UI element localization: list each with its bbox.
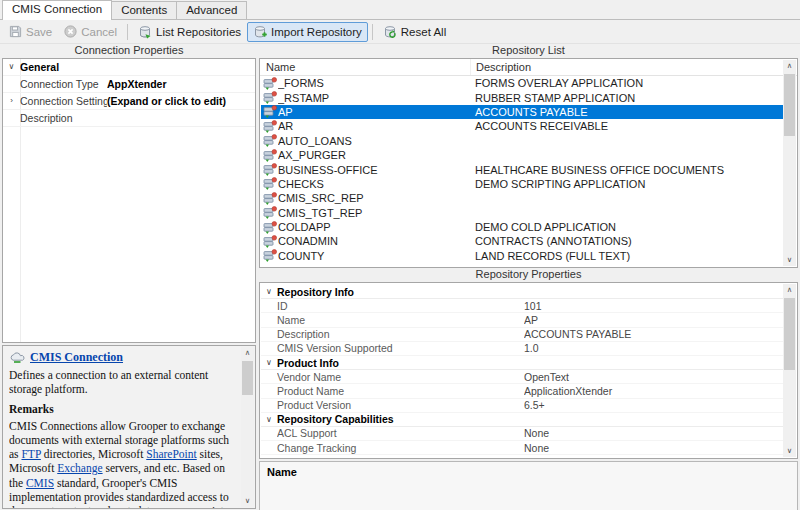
list-repositories-button[interactable]: List Repositories	[132, 22, 247, 42]
repository-properties-rows: ∨ Repository Info ID 101 Name AP	[261, 285, 783, 458]
property-row[interactable]: ∨ General	[3, 59, 255, 76]
repository-row[interactable]: CHECKS DEMO SCRIPTING APPLICATION	[261, 177, 783, 191]
save-button[interactable]: Save	[3, 22, 58, 41]
expander-icon[interactable]: ∨	[261, 415, 277, 424]
repository-row[interactable]: COLDAPP DEMO COLD APPLICATION	[261, 220, 783, 234]
property-value[interactable]: AnyTime	[524, 456, 783, 459]
property-row[interactable]: › Connection Settings (Expand or click t…	[3, 93, 255, 110]
reset-all-button[interactable]: Reset All	[377, 22, 452, 42]
property-row[interactable]: Product Version 6.5+	[261, 399, 783, 413]
repository-name: _FORMS	[278, 77, 470, 89]
repository-row[interactable]: COUNTY LAND RECORDS (FULL TEXT)	[261, 249, 783, 263]
property-value[interactable]: ApplicationXtender	[524, 385, 783, 397]
cancel-button[interactable]: Cancel	[58, 22, 123, 41]
tab-cmis-connection[interactable]: CMIS Connection	[2, 0, 112, 20]
expander-icon[interactable]: ∨	[3, 59, 20, 75]
help-link[interactable]: CMIS	[26, 477, 54, 489]
tab-contents[interactable]: Contents	[111, 1, 177, 19]
repository-properties-scrollbar[interactable]: ∧ ∨	[783, 284, 796, 457]
scroll-down-arrow[interactable]: ∨	[241, 495, 254, 507]
property-value[interactable]: ACCOUNTS PAYABLE	[524, 328, 783, 340]
repository-row[interactable]: AX_PURGER	[261, 148, 783, 162]
toolbar-separator	[127, 24, 128, 40]
scroll-up-arrow[interactable]: ∧	[783, 60, 796, 72]
property-row[interactable]: Vendor Name OpenText	[261, 370, 783, 384]
property-row[interactable]: Description	[3, 110, 255, 127]
repository-row[interactable]: _FORMS FORMS OVERLAY APPLICATION	[261, 76, 783, 90]
scroll-down-arrow[interactable]: ∨	[783, 254, 796, 266]
property-value[interactable]: OpenText	[524, 371, 783, 383]
expander-icon[interactable]: ∨	[261, 358, 277, 367]
repository-row[interactable]: _RSTAMP RUBBER STAMP APPLICATION	[261, 90, 783, 104]
cmis-connection-help-link[interactable]: CMIS Connection	[30, 350, 123, 365]
repository-row[interactable]: BUSINESS-OFFICE HEALTHCARE BUSINESS OFFI…	[261, 162, 783, 176]
repository-description: CONTRACTS (ANNOTATIONS)	[470, 235, 783, 247]
scroll-up-arrow[interactable]: ∧	[783, 284, 796, 296]
help-scrollbar[interactable]: ∧ ∨	[241, 347, 254, 507]
property-row[interactable]: Connection Type AppXtender	[3, 76, 255, 93]
expander-icon[interactable]	[3, 110, 20, 126]
help-link[interactable]: SharePoint	[146, 448, 196, 460]
repository-list-scrollbar[interactable]: ∧ ∨	[783, 60, 796, 266]
repository-description: DEMO SCRIPTING APPLICATION	[470, 178, 783, 190]
column-header-description[interactable]: Description	[471, 59, 797, 75]
scroll-thumb[interactable]	[784, 298, 795, 370]
property-row[interactable]: Description ACCOUNTS PAYABLE	[261, 328, 783, 342]
repository-name: BUSINESS-OFFICE	[278, 164, 470, 176]
scroll-down-arrow[interactable]: ∨	[783, 445, 796, 457]
repository-name: CMIS_SRC_REP	[278, 192, 470, 204]
repository-icon	[263, 91, 278, 104]
remarks-heading: Remarks	[9, 402, 238, 416]
property-label: Name	[277, 314, 524, 326]
scroll-up-arrow[interactable]: ∧	[241, 347, 254, 359]
property-row[interactable]: ACL Support None	[261, 427, 783, 441]
help-content: CMIS Connection Defines a connection to …	[9, 349, 238, 508]
property-label: Product Name	[277, 385, 524, 397]
repository-description: RUBBER STAMP APPLICATION	[470, 92, 783, 104]
tab-advanced[interactable]: Advanced	[176, 1, 247, 19]
scroll-thumb[interactable]	[242, 361, 253, 395]
expander-icon[interactable]: ∨	[261, 287, 277, 296]
property-label: ID	[277, 300, 524, 312]
repository-row[interactable]: CMIS_SRC_REP	[261, 191, 783, 205]
repository-icon	[263, 177, 278, 190]
scroll-thumb[interactable]	[784, 74, 795, 136]
expander-icon[interactable]	[3, 76, 20, 92]
import-repository-button[interactable]: Import Repository	[247, 22, 368, 42]
repository-icon	[263, 206, 278, 219]
repository-list-body: _FORMS FORMS OVERLAY APPLICATION _RSTAMP…	[261, 76, 783, 267]
property-value[interactable]: AppXtender	[107, 76, 255, 92]
property-value[interactable]: 6.5+	[524, 399, 783, 411]
property-label: Repository Info	[277, 286, 524, 298]
property-value[interactable]: (Expand or click to edit)	[107, 93, 255, 109]
property-row[interactable]: Change Tracking None	[261, 441, 783, 455]
property-row[interactable]: Name AP	[261, 313, 783, 327]
property-row[interactable]: Content Stream Updates AnyTime	[261, 455, 783, 459]
repository-description: HEALTHCARE BUSINESS OFFICE DOCUMENTS	[470, 164, 783, 176]
expander-icon[interactable]: ›	[3, 93, 20, 109]
repository-name: CHECKS	[278, 178, 470, 190]
repository-row[interactable]: CONADMIN CONTRACTS (ANNOTATIONS)	[261, 234, 783, 248]
repository-name: CMIS_TGT_REP	[278, 207, 470, 219]
property-row[interactable]: CMIS Version Supported 1.0	[261, 342, 783, 356]
column-header-name[interactable]: Name	[260, 59, 471, 75]
property-value[interactable]	[107, 110, 255, 126]
property-value[interactable]: None	[524, 427, 783, 439]
repository-properties-grid: ∨ Repository Info ID 101 Name AP	[259, 282, 798, 459]
repository-icon	[263, 221, 278, 234]
property-value[interactable]: AP	[524, 314, 783, 326]
property-row[interactable]: ∨ Repository Capabilities	[261, 413, 783, 427]
property-value[interactable]: None	[524, 442, 783, 454]
help-link[interactable]: FTP	[21, 448, 40, 460]
repository-row[interactable]: AUTO_LOANS	[261, 134, 783, 148]
repository-row[interactable]: CMIS_TGT_REP	[261, 206, 783, 220]
repository-row[interactable]: AR ACCOUNTS RECEIVABLE	[261, 119, 783, 133]
property-value[interactable]: 1.0	[524, 342, 783, 354]
property-value[interactable]: 101	[524, 300, 783, 312]
property-row[interactable]: ∨ Product Info	[261, 356, 783, 370]
repository-row[interactable]: AP ACCOUNTS PAYABLE	[261, 105, 783, 119]
property-row[interactable]: Product Name ApplicationXtender	[261, 384, 783, 398]
help-link[interactable]: Exchange	[57, 462, 102, 474]
property-row[interactable]: ∨ Repository Info	[261, 285, 783, 299]
property-row[interactable]: ID 101	[261, 299, 783, 313]
